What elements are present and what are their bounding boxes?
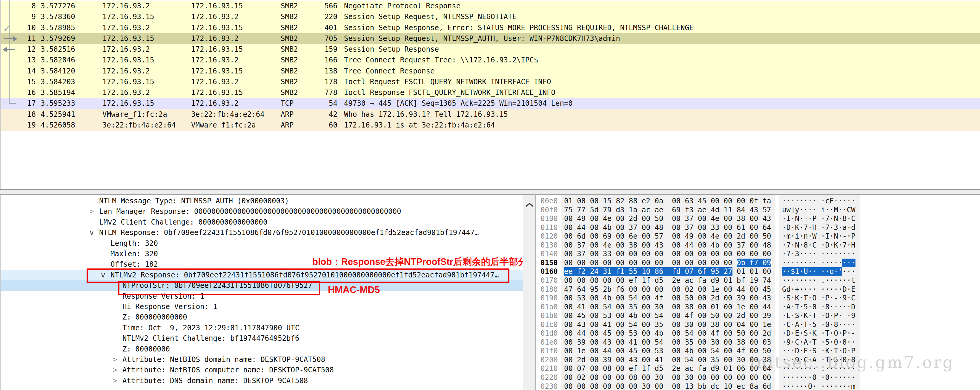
hex-ascii[interactable]: Gd·+···· ·····D·E bbox=[782, 285, 856, 294]
packet-row-9[interactable]: 93.578360172.16.93.15172.16.93.2SMB2220S… bbox=[1, 11, 980, 22]
hex-row-0130[interactable]: 013000 37 00 4e 00 38 00 43 00 44 00 4b … bbox=[538, 241, 980, 250]
detail-row[interactable]: Z: 00000000 bbox=[1, 344, 523, 355]
hex-bytes[interactable]: 00 02 00 00 00 08 00 30 00 30 00 00 00 0… bbox=[564, 373, 771, 382]
detail-row[interactable]: NTProofStr: 0bf709eef22431f1551086fd076f… bbox=[1, 280, 523, 291]
detail-row[interactable]: >Attribute: DNS domain name: DESKTOP-9CA… bbox=[1, 376, 523, 386]
detail-row[interactable]: NTLMv2 Client Challenge: bf19744764952bf… bbox=[1, 333, 523, 344]
hex-row-01a0[interactable]: 01a000 41 00 54 00 35 00 30 00 38 00 01 … bbox=[538, 302, 980, 312]
hex-row-01d0[interactable]: 01d000 44 00 45 00 53 00 4b 00 54 00 4f … bbox=[538, 329, 980, 338]
detail-row[interactable]: Hi Response Version: 1 bbox=[1, 301, 523, 312]
hex-row-0110[interactable]: 011000 44 00 4b 00 37 00 48 00 37 00 33 … bbox=[538, 223, 980, 232]
hex-bytes[interactable]: 00 07 00 08 00 ef 1f d5 2e ac fa d9 01 0… bbox=[564, 364, 771, 373]
hex-bytes[interactable]: 00 00 00 00 00 00 00 00 00 00 00 00 00 0… bbox=[564, 258, 771, 267]
hex-row-00e0[interactable]: 00e001 00 00 15 82 88 e2 0a 00 63 45 00 … bbox=[538, 196, 980, 205]
hex-ascii[interactable]: ·9·C·A·T ·5·0·8·· bbox=[782, 338, 856, 347]
packet-cell-dst: 172.16.93.15 bbox=[191, 87, 243, 98]
packet-row-16[interactable]: 163.585194172.16.93.2172.16.93.15SMB2778… bbox=[1, 87, 980, 98]
hex-bytes[interactable]: 00 37 00 33 00 00 00 00 00 00 00 00 00 0… bbox=[564, 249, 771, 258]
hex-bytes[interactable]: 00 43 00 41 00 54 00 35 00 30 00 38 00 0… bbox=[564, 320, 771, 329]
hex-bytes[interactable]: 00 6d 00 69 00 6e 00 57 00 49 00 4e 00 2… bbox=[564, 232, 771, 241]
detail-row[interactable]: LMv2 Client Challenge: 0000000000000000 bbox=[1, 217, 523, 228]
hex-row-0170[interactable]: 017000 00 00 00 00 ef 1f d5 2e ac fa d9 … bbox=[538, 276, 980, 285]
packet-row-18[interactable]: 184.525941VMware_f1:fc:2a3e:22:fb:4a:e2:… bbox=[1, 109, 980, 120]
hex-bytes[interactable]: 00 44 00 45 00 53 00 4b 00 54 00 4f 00 5… bbox=[564, 329, 771, 338]
hex-bytes[interactable]: 00 37 00 4e 00 38 00 43 00 44 00 4b 00 3… bbox=[564, 241, 771, 250]
hex-bytes[interactable]: 00 44 00 4b 00 37 00 48 00 37 00 33 00 6… bbox=[564, 223, 771, 232]
hex-ascii[interactable]: ·······0 ·0······ bbox=[782, 373, 856, 382]
hex-row-0190[interactable]: 019000 53 00 4b 00 54 00 4f 00 50 00 2d … bbox=[538, 293, 980, 302]
hex-row-0230[interactable]: 023000 00 00 00 00 00 30 00 00 13 bb dc … bbox=[538, 382, 980, 390]
hex-row-0100[interactable]: 010000 49 00 4e 00 2d 00 50 00 37 00 4e … bbox=[538, 214, 980, 223]
hex-bytes[interactable]: 01 00 00 15 82 88 e2 0a 00 63 45 00 00 0… bbox=[564, 196, 771, 205]
scroll-up-icon[interactable] bbox=[525, 201, 532, 205]
packet-row-19[interactable]: 194.5260583e:22:fb:4a:e2:64VMware_f1:fc:… bbox=[1, 120, 980, 131]
expander-collapsed-icon[interactable]: > bbox=[113, 376, 117, 386]
expander-collapsed-icon[interactable]: > bbox=[89, 206, 94, 217]
detail-row[interactable]: Z: 000000000000 bbox=[1, 312, 523, 323]
hex-row-0220[interactable]: 022000 02 00 00 00 08 00 30 00 30 00 00 … bbox=[538, 373, 980, 382]
hex-bytes[interactable]: 47 64 95 2b f6 00 00 00 00 02 00 1e 00 4… bbox=[564, 285, 771, 294]
hex-bytes[interactable]: 00 00 00 00 00 00 30 00 00 13 bb dc 10 e… bbox=[564, 382, 771, 390]
packet-row-14[interactable]: 143.584120172.16.93.2172.16.93.15SMB2138… bbox=[1, 66, 980, 77]
hex-row-0150[interactable]: 015000 00 00 00 00 00 00 00 00 00 00 00 … bbox=[538, 258, 980, 267]
hex-ascii[interactable]: ········ .······t bbox=[782, 276, 856, 285]
hex-bytes[interactable]: 00 49 00 4e 00 2d 00 50 00 37 00 4e 00 3… bbox=[564, 214, 771, 223]
hex-bytes[interactable]: 00 2d 00 39 00 43 00 41 00 54 00 35 00 3… bbox=[564, 355, 771, 365]
detail-row[interactable]: >Attribute: NetBIOS domain name: DESKTOP… bbox=[1, 354, 523, 365]
packet-row-15[interactable]: 153.584203172.16.93.15172.16.93.2SMB2178… bbox=[1, 76, 980, 88]
hex-ascii[interactable]: ·A·T·5·0 ·8·····D bbox=[782, 302, 856, 312]
hex-ascii[interactable]: ·S·K·T·O ·P·-·9·C bbox=[782, 293, 856, 302]
expander-expanded-icon[interactable]: v bbox=[101, 270, 105, 280]
hex-ascii[interactable]: ······0· ·······m bbox=[782, 382, 856, 390]
detail-row[interactable]: NTLM Message Type: NTLMSSP_AUTH (0x00000… bbox=[1, 196, 523, 206]
hex-ascii[interactable]: ·m·i·n·W ·I·N·-·P bbox=[782, 232, 856, 241]
expander-expanded-icon[interactable]: v bbox=[89, 227, 94, 238]
hex-row-01e0[interactable]: 01e000 39 00 43 00 41 00 54 00 35 00 30 … bbox=[538, 338, 980, 347]
hex-ascii[interactable]: ·I·N·-·P ·7·N·8·C bbox=[782, 214, 856, 223]
details-scrollbar[interactable] bbox=[523, 195, 535, 390]
hex-ascii[interactable]: ········ ·cE····· bbox=[782, 196, 856, 205]
detail-row[interactable]: Time: Oct 9, 2023 12:29:01.117847900 UTC bbox=[1, 323, 523, 333]
hex-row-0160[interactable]: 0160ee f2 24 31 f1 55 10 86 fd 07 6f 95 … bbox=[538, 267, 980, 276]
hex-row-00f0[interactable]: 00f075 77 5d 79 d3 1a ac ae 69 f3 ae 4d … bbox=[538, 205, 980, 215]
expander-collapsed-icon[interactable]: > bbox=[113, 365, 117, 376]
hex-bytes[interactable]: 00 41 00 54 00 35 00 30 00 38 00 01 00 1… bbox=[564, 302, 771, 312]
hex-bytes[interactable]: 75 77 5d 79 d3 1a ac ae 69 f3 ae 4d 11 8… bbox=[564, 205, 771, 215]
hex-ascii[interactable]: ·D·E·S·K ·T·O·P·- bbox=[782, 329, 856, 338]
hex-bytes[interactable]: 00 45 00 53 00 4b 00 54 00 4f 00 50 00 2… bbox=[564, 311, 771, 320]
hex-ascii[interactable]: ·E·S·K·T ·O·P·-·9 bbox=[782, 311, 856, 320]
hex-ascii[interactable]: ··$1·U·· ··o·'··· bbox=[782, 267, 856, 276]
hex-offset: 01a0 bbox=[541, 302, 558, 312]
hex-ascii[interactable]: ·7·3···· ········ bbox=[782, 249, 856, 258]
hex-bytes[interactable]: 00 00 00 00 00 ef 1f d5 2e ac fa d9 01 b… bbox=[564, 276, 771, 285]
hex-row-01c0[interactable]: 01c000 43 00 41 00 54 00 35 00 30 00 38 … bbox=[538, 320, 980, 329]
detail-row[interactable]: vNTLM Response: 0bf709eef22431f1551086fd… bbox=[1, 227, 523, 238]
hex-ascii[interactable]: ·7·N·8·C ·D·K·7·H bbox=[782, 241, 856, 250]
packet-row-17[interactable]: 173.595233172.16.93.15172.16.93.2TCP5449… bbox=[1, 98, 980, 109]
hex-row-0180[interactable]: 018047 64 95 2b f6 00 00 00 00 02 00 1e … bbox=[538, 285, 980, 294]
hex-ascii[interactable]: ·C·A·T·5 ·0·8···· bbox=[782, 320, 856, 329]
hex-ascii[interactable]: ·D·K·7·H ·7·3·a·d bbox=[782, 223, 856, 232]
detail-row[interactable]: Response Version: 1 bbox=[1, 291, 523, 302]
packet-row-10[interactable]: 103.578985172.16.93.2172.16.93.15SMB2401… bbox=[1, 22, 980, 33]
packet-row-8[interactable]: 83.577276172.16.93.2172.16.93.15SMB2566N… bbox=[1, 1, 980, 12]
hex-bytes[interactable]: 00 1e 00 44 00 45 00 53 00 4b 00 54 00 4… bbox=[564, 346, 771, 355]
detail-row[interactable]: vNTLMv2 Response: 0bf709eef22431f1551086… bbox=[1, 270, 523, 280]
detail-row[interactable]: >Attribute: NetBIOS computer name: DESKT… bbox=[1, 365, 523, 376]
packet-row-12[interactable]: 123.582516172.16.93.2172.16.93.15SMB2159… bbox=[1, 44, 980, 55]
hex-bytes[interactable]: 00 39 00 43 00 41 00 54 00 35 00 30 00 3… bbox=[564, 338, 771, 347]
expander-collapsed-icon[interactable]: > bbox=[113, 354, 117, 365]
hex-ascii[interactable]: ········ ········ bbox=[782, 258, 856, 267]
packet-row-11[interactable]: 113.579269172.16.93.15172.16.93.2SMB2705… bbox=[1, 33, 980, 44]
packet-cell-src: 172.16.93.15 bbox=[102, 98, 154, 109]
hex-row-01b0[interactable]: 01b000 45 00 53 00 4b 00 54 00 4f 00 50 … bbox=[538, 311, 980, 320]
hex-row-0140[interactable]: 014000 37 00 33 00 00 00 00 00 00 00 00 … bbox=[538, 249, 980, 258]
hex-bytes[interactable]: ee f2 24 31 f1 55 10 86 fd 07 6f 95 27 0… bbox=[564, 267, 771, 276]
packet-cell-proto: ARP bbox=[281, 120, 294, 131]
packet-row-13[interactable]: 133.582846172.16.93.15172.16.93.2SMB2166… bbox=[1, 55, 980, 66]
detail-row[interactable]: Length: 320 bbox=[1, 238, 523, 249]
detail-row[interactable]: >Lan Manager Response: 00000000000000000… bbox=[1, 206, 523, 217]
hex-ascii[interactable]: uw]y···· i··M··CW bbox=[782, 205, 856, 215]
hex-row-0120[interactable]: 012000 6d 00 69 00 6e 00 57 00 49 00 4e … bbox=[538, 232, 980, 241]
hex-bytes[interactable]: 00 53 00 4b 00 54 00 4f 00 50 00 2d 00 3… bbox=[564, 293, 771, 302]
